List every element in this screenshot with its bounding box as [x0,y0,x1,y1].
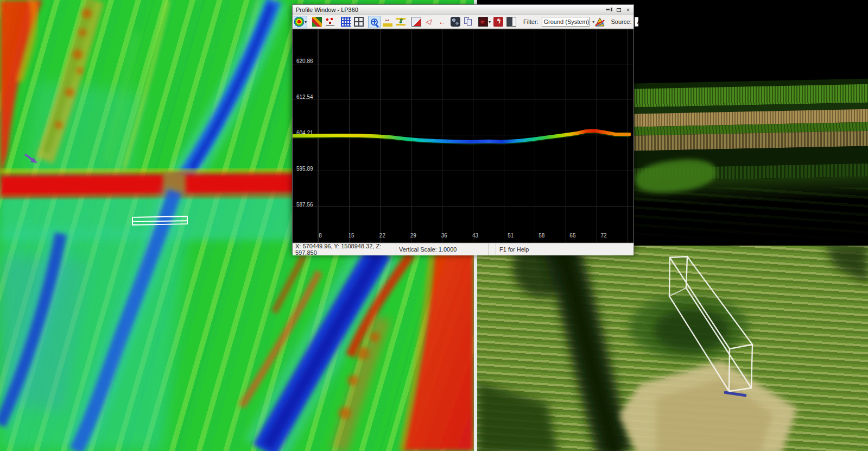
copy-icon [464,17,473,27]
profile-points-button[interactable] [324,16,336,28]
clip-left-icon [425,17,434,27]
display-by-elevation-icon [294,17,304,27]
filter-value: Ground (System) [544,18,590,25]
dropdown-caret-icon: ▾ [305,20,307,24]
profile-style-button[interactable]: ▾ [478,16,491,28]
ortho-point-cloud-view[interactable] [477,246,868,451]
point-display-options-button[interactable] [311,16,323,28]
close-icon[interactable]: × [624,7,632,14]
profile-statusbar: X: 570449.96, Y: 1508948.32, Z: 597.850 … [293,243,633,255]
save-view-icon [506,17,516,27]
vertical-exaggeration-icon [396,17,406,27]
copy-button[interactable] [462,16,474,28]
flip-profile-icon [493,17,503,27]
measure-distance-icon [383,17,392,27]
source-label: Source: [611,18,632,25]
profile-style-icon [478,17,488,27]
profile-selection-box[interactable] [132,216,188,226]
viewport-layout-icon [354,17,364,27]
display-by-elevation-button[interactable]: ▾ [294,16,307,28]
maximize-icon[interactable] [615,7,623,14]
profile-plot[interactable]: 620.86612.54604.21595.89587.56 815222936… [293,29,633,243]
tin-grid-icon [341,17,351,27]
vertical-scale-readout: Vertical Scale: 1.0000 [396,243,488,255]
source-value: All Poin [637,18,638,25]
source-dropdown[interactable]: All Poin [635,17,638,27]
viewport-layout-button[interactable] [352,16,365,28]
clip-left-button[interactable] [423,16,435,28]
clip-right-button[interactable] [436,16,448,28]
lp360-logo-icon [594,17,606,27]
measure-distance-button[interactable] [381,16,394,28]
filter-label: Filter: [523,18,538,25]
profile-window-titlebar[interactable]: Profile Window - LP360 × [293,5,633,15]
filter-dropdown[interactable]: Ground (System) ▾ [542,17,590,27]
dropdown-caret-icon: ▾ [489,20,491,24]
vertical-exaggeration-button[interactable] [394,16,407,28]
profile-cross-section [293,29,633,243]
profile-window: Profile Window - LP360 × ▾▾ Filter: Grou… [292,4,634,253]
cursor-coordinates: X: 570449.96, Y: 1508948.32, Z: 597.850 [293,243,396,255]
navigate-button[interactable] [449,16,461,28]
clip-right-icon [438,17,447,27]
statusbar-spacer [488,243,496,255]
pin-icon[interactable] [606,7,613,14]
zoom-in-icon [371,18,378,26]
window-title: Profile Window - LP360 [293,7,606,13]
ortho-view-graphics [477,246,868,451]
profile-points-icon [325,17,335,27]
zoom-in-button[interactable] [368,16,381,28]
profile-toolbar: ▾▾ Filter: Ground (System) ▾ Source: All… [293,15,633,29]
export-view-icon [411,17,421,27]
help-hint: F1 for Help [496,243,633,255]
lp360-workspace: Profile Window - LP360 × ▾▾ Filter: Grou… [0,0,868,451]
navigate-icon [451,17,460,27]
save-view-button[interactable] [505,16,517,28]
flip-profile-button[interactable] [492,16,504,28]
toolbar-buttons: ▾▾ [294,16,518,28]
export-view-button[interactable] [410,16,422,28]
point-display-options-icon [312,17,322,27]
tin-grid-button[interactable] [339,16,352,28]
